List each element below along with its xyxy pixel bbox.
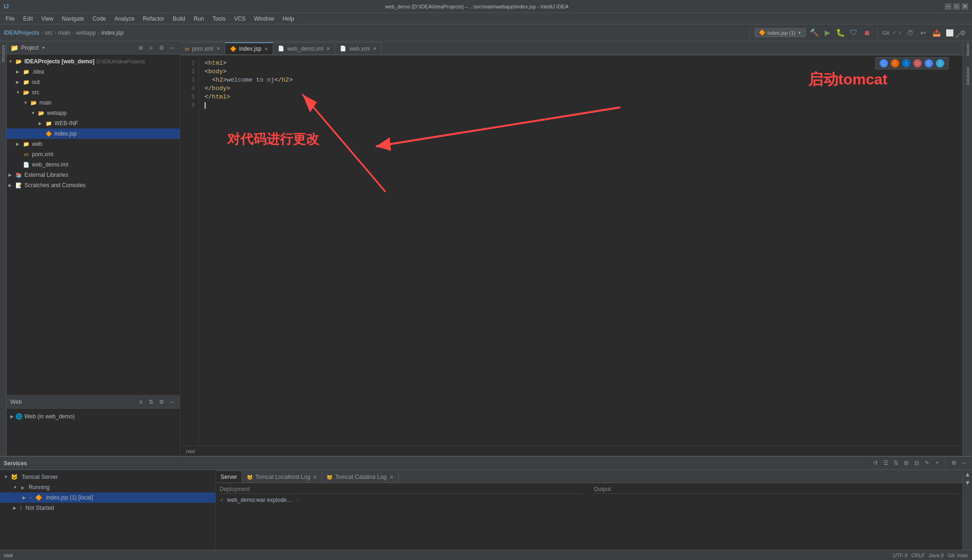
toolbar: IDEAProjects › src › main › webapp › ind… [0,24,972,41]
menu-window[interactable]: Window [250,15,278,23]
services-list-btn[interactable]: ☰ [881,459,890,467]
menu-code[interactable]: Code [89,15,110,23]
breadcrumb-main[interactable]: main [58,30,70,36]
status-java-version[interactable]: Java 8 [929,552,944,558]
services-tab-server[interactable]: Server [216,471,242,483]
status-encoding[interactable]: UTF-8 [893,552,908,558]
browser-chrome[interactable]: C [880,59,888,68]
tree-item-out[interactable]: ▶ 📁 out [7,77,180,87]
tree-item-pomxml[interactable]: m pom.xml [7,149,180,159]
services-sort-btn[interactable]: ⇅ [892,459,900,467]
tree-item-webapp[interactable]: ▼ 📂 webapp [7,108,180,118]
breadcrumb-ideaprojects[interactable]: IDEAProjects [4,30,39,36]
tree-item-web[interactable]: ▶ 📁 web [7,139,180,149]
tab-webdemoiml[interactable]: 📄 web_demo.iml ✕ [273,42,335,54]
services-edit-btn[interactable]: ✎ [923,459,931,467]
menu-vcs[interactable]: VCS [230,15,250,23]
services-refresh-btn[interactable]: ↺ [871,459,880,467]
browser-ie[interactable]: I [902,59,911,68]
title-bar-controls[interactable]: ─ □ ✕ [945,3,968,10]
services-add-btn[interactable]: + [933,459,941,467]
database-label[interactable]: Database [965,67,970,85]
browser-firefox[interactable]: F [891,59,899,68]
maven-label[interactable]: Maven [965,43,970,56]
menu-analyze[interactable]: Analyze [111,15,138,23]
git-push-button[interactable]: 📤 [931,27,942,38]
web-tree-item[interactable]: ▶ 🌐 Web (in web_demo) [10,411,176,422]
tab-webxml-close[interactable]: ✕ [373,46,376,51]
services-tomcat-server[interactable]: ▼ 🐱 Tomcat Server [0,472,215,482]
tab-webxml[interactable]: 📄 web.xml ✕ [335,42,382,54]
breadcrumb-src[interactable]: src [45,30,53,36]
panel-settings-button[interactable]: ⚙ [157,44,166,52]
debug-button[interactable]: 🐛 [835,27,846,38]
tab-pomxml[interactable]: m pom.xml ✕ [180,42,225,54]
panel-locate-button[interactable]: ⊕ [137,44,145,52]
services-group-btn[interactable]: ⊞ [902,459,911,467]
tab-webdemoiml-close[interactable]: ✕ [326,46,330,51]
menu-tools[interactable]: Tools [209,15,230,23]
tree-item-main[interactable]: ▼ 📂 main [7,98,180,108]
services-scroll-up-btn[interactable]: ▲ [964,470,972,478]
menu-build[interactable]: Build [169,15,189,23]
browser-opera[interactable]: O [913,59,922,68]
services-tab-localhost-log[interactable]: 🐱 Tomcat Localhost Log ✕ [242,471,322,483]
project-dropdown-icon[interactable]: ▼ [41,45,46,50]
editor-content[interactable]: 1 2 3 4 5 6 <html> <body> <h2>welcome to… [180,55,963,446]
tab-indexjsp-close[interactable]: ✕ [264,46,268,52]
tree-item-indexjsp[interactable]: 🔶 index.jsp [7,129,180,139]
coverage-button[interactable]: 🛡 [848,27,859,38]
menu-help[interactable]: Help [279,15,298,23]
build-button[interactable]: 🔨 [809,27,820,38]
localhost-log-close[interactable]: ✕ [313,475,317,480]
minimize-button[interactable]: ─ [945,3,951,10]
services-indexjsp-item[interactable]: ▶ - 🔶 index.jsp (1) [local] [0,492,215,503]
menu-navigate[interactable]: Navigate [58,15,88,23]
menu-file[interactable]: File [2,15,18,23]
tree-item-ideaprojects[interactable]: ▼ 📂 IDEAProjects [web_demo] D:\IDEA\Idea… [7,56,180,67]
stop-button[interactable]: ⏹ [861,27,873,38]
web-sort-button[interactable]: ≡ [137,398,145,406]
tab-pomxml-close[interactable]: ✕ [216,46,220,51]
browser-safari[interactable]: S [936,59,944,68]
tree-item-extlibs[interactable]: ▶ 📚 External Libraries [7,170,180,180]
menu-refactor[interactable]: Refactor [139,15,168,23]
maximize-button[interactable]: □ [953,3,960,10]
services-notstarted-group[interactable]: ▶ / Not Started [0,503,215,513]
tab-indexjsp[interactable]: 🔶 index.jsp ✕ [225,42,273,54]
status-line-sep[interactable]: CRLF [911,552,925,558]
web-settings-button[interactable]: ⚙ [157,398,166,406]
services-tab-catalina-log[interactable]: 🐱 Tomcat Catalina Log ✕ [322,471,398,483]
menu-edit[interactable]: Edit [19,15,37,23]
tree-item-scratches[interactable]: ▶ 📝 Scratches and Consoles [7,180,180,190]
tree-item-webdemoiml[interactable]: 📄 web_demo.iml [7,159,180,170]
panel-collapse-button[interactable]: ≡ [147,44,155,52]
tree-item-idea[interactable]: ▶ 📁 .idea [7,67,180,77]
services-running-group[interactable]: ▼ ▶ Running [0,482,215,492]
panel-minimize-button[interactable]: ─ [168,44,176,52]
git-fetch-button[interactable]: ⬜ [944,27,955,38]
services-minimize-btn[interactable]: ─ [960,459,968,467]
close-button[interactable]: ✕ [962,3,968,10]
menu-view[interactable]: View [38,15,57,23]
tree-item-src[interactable]: ▼ 📂 src [7,87,180,98]
tree-item-webinf[interactable]: ▶ 📁 WEB-INF [7,118,180,129]
status-git-branch[interactable]: Git: main [948,552,968,558]
web-sort2-button[interactable]: ⇅ [147,398,155,406]
menu-run[interactable]: Run [190,15,208,23]
breadcrumb-webapp[interactable]: webapp [76,30,96,36]
extlib-icon: 📚 [15,171,23,179]
structure-panel-label[interactable]: Structure [1,45,6,62]
web-minimize-button[interactable]: ─ [168,398,176,406]
breadcrumb-indexjsp[interactable]: index.jsp [101,30,123,36]
browser-edge[interactable]: E [925,59,933,68]
run-button[interactable]: ▶ [822,27,833,38]
services-settings2-btn[interactable]: ⚙ [949,459,958,467]
git-rollback-button[interactable]: ↩ [918,27,929,38]
run-config-selector[interactable]: 🔶 index.jsp (1) ▼ [755,28,806,37]
git-history-button[interactable]: ⏱ [904,27,916,38]
services-scroll-down-btn[interactable]: ▼ [964,478,972,487]
services-filter-btn[interactable]: ⊟ [912,459,921,467]
catalina-log-close[interactable]: ✕ [390,475,393,480]
code-area[interactable]: <html> <body> <h2>welcome to nj </h2> </… [199,55,963,446]
